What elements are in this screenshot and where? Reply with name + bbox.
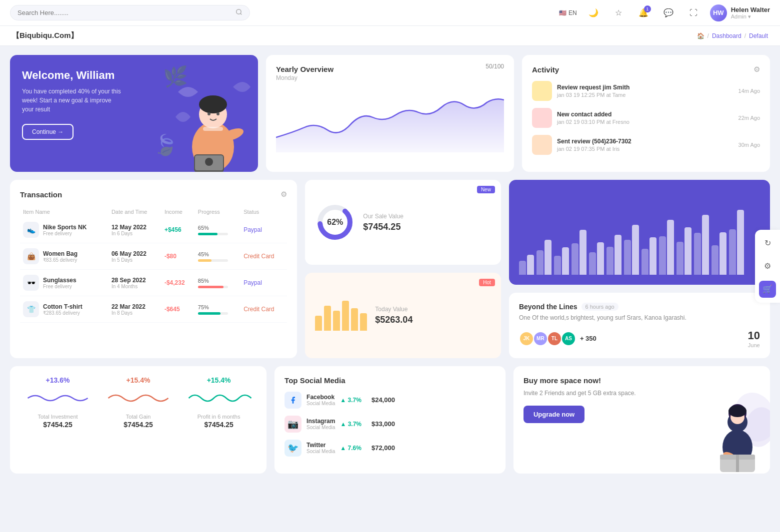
row3: +13.6% Total Investment $7454.25 +15.4% … (10, 366, 770, 474)
breadcrumb-dashboard[interactable]: Dashboard (712, 32, 742, 39)
social-name: Instagram (306, 418, 335, 425)
svg-point-0 (236, 9, 241, 14)
search-input[interactable] (18, 9, 232, 16)
today-bar (315, 316, 322, 331)
svg-point-10 (216, 112, 220, 115)
item-sub: Free delivery (43, 231, 86, 236)
status-cell: Paypal (240, 270, 287, 296)
item-name: Sunglasses (43, 277, 76, 284)
bar-light (572, 243, 578, 275)
bar-dark (650, 237, 656, 275)
today-bar (342, 301, 349, 331)
search-bar[interactable] (10, 5, 250, 20)
activity-settings-icon[interactable]: ⚙ (754, 65, 760, 74)
mini-wave-chart (181, 388, 256, 408)
transaction-settings-icon[interactable]: ⚙ (280, 190, 287, 199)
transaction-table: Item NameDate and TimeIncomeProgressStat… (20, 207, 287, 323)
progress-bar (198, 286, 228, 288)
transaction-title: Transaction (20, 190, 62, 199)
mini-stat: +13.6% Total Investment $7454.25 (20, 376, 96, 464)
language-selector[interactable]: 🇺🇸 EN (559, 9, 577, 16)
mini-wave-chart (100, 388, 176, 408)
side-refresh-icon[interactable]: ↻ (759, 235, 776, 252)
yearly-chart (276, 87, 504, 152)
bar-group (676, 227, 692, 275)
progress-bar (198, 259, 228, 262)
item-cell: 🕶️ Sunglasses Free delivery (20, 270, 108, 296)
upgrade-button[interactable]: Upgrade now (524, 406, 584, 423)
item-icon: 👜 (23, 248, 39, 264)
hot-badge: Hot (479, 279, 495, 286)
bar-light (606, 247, 614, 275)
social-pct: ▲ 3.7% (340, 421, 362, 428)
expand-button[interactable]: ⛶ (685, 4, 702, 21)
mini-stat: +15.4% Total Gain $7454.25 (100, 376, 176, 464)
activity-thumb (532, 81, 552, 101)
svg-point-8 (205, 158, 213, 166)
item-icon: 🕶️ (23, 275, 39, 291)
activity-item-sub: jan 02 19 03:10 PM at Fresno (557, 119, 734, 125)
chat-button[interactable]: 💬 (660, 4, 677, 21)
welcome-subtitle: You have completed 40% of your this week… (22, 87, 122, 114)
item-cell: 👟 Nike Sports NK Free delivery (20, 217, 108, 243)
activity-time: 30m Ago (738, 142, 760, 148)
bar-light (642, 249, 648, 275)
activity-time: 14m Ago (738, 88, 760, 94)
svg-point-9 (208, 112, 210, 115)
transaction-header-cell: Income (162, 207, 195, 217)
today-value-info: Today Value $5263.04 (375, 306, 412, 325)
topnav: 🇺🇸 EN 🌙 ☆ 🔔 1 💬 ⛶ HW Helen Walter Admin … (0, 0, 780, 26)
activity-item-title: Sent review (504)236-7302 (557, 138, 734, 145)
transaction-card: Transaction ⚙ Item NameDate and TimeInco… (10, 180, 297, 358)
bar-light (589, 252, 596, 275)
bar-light (536, 250, 544, 275)
social-pct: ▲ 7.6% (340, 445, 362, 452)
mini-stat-value: $7454.25 (100, 421, 176, 429)
item-sub: ₹283.65 delivery (43, 310, 82, 316)
home-icon[interactable]: 🏠 (697, 32, 704, 39)
user-info[interactable]: HW Helen Walter Admin ▾ (710, 4, 770, 21)
star-button[interactable]: ☆ (610, 4, 627, 21)
svg-point-21 (728, 405, 746, 417)
bar-dark (702, 215, 709, 275)
plus-count: + 350 (580, 335, 596, 342)
side-cart-icon[interactable]: 🛒 (759, 281, 776, 298)
side-settings-icon[interactable]: ⚙ (759, 258, 776, 275)
date-cell: 28 Sep 2022 In 4 Months (108, 270, 162, 296)
side-icons: ↻ ⚙ 🛒 (755, 230, 780, 303)
bar-light (624, 240, 631, 275)
activity-card: Activity ⚙ Review request jim Smith jan … (522, 55, 770, 172)
darkmode-toggle[interactable]: 🌙 (585, 4, 602, 21)
social-info: Facebook Social Media (306, 394, 335, 406)
continue-button[interactable]: Continue → (22, 124, 74, 140)
progress-label: 45% (198, 251, 209, 257)
social-name: Twitter (306, 442, 335, 449)
event-date: 10 June (748, 329, 760, 348)
item-date-sub: In 6 Days (112, 231, 158, 236)
notifications-button[interactable]: 🔔 1 (635, 4, 652, 21)
progress-label: 75% (198, 304, 209, 310)
flag-icon: 🇺🇸 (559, 9, 566, 16)
item-sub: ₹83.65 delivery (43, 257, 78, 263)
mini-stat-value: $7454.25 (181, 421, 256, 429)
today-bar-chart (315, 301, 367, 331)
yearly-title: Yearly Overview (276, 65, 504, 73)
income-cell: -$4,232 (162, 270, 195, 296)
mini-stat-value: $7454.25 (20, 421, 96, 429)
activity-item: Sent review (504)236-7302 jan 02 19 07:3… (532, 135, 760, 155)
social-sub: Social Media (306, 425, 335, 430)
bar-dark (720, 232, 726, 275)
donut-chart: 62% (315, 202, 355, 242)
metrics-column: New 62% Our Sale Value $7454.25 Hot (305, 180, 501, 358)
status-cell: Paypal (240, 217, 287, 243)
status-cell: Credit Card (240, 296, 287, 323)
right-column: Beyond the Lines 6 hours ago One Of the … (509, 180, 770, 358)
bar-light (729, 229, 736, 275)
activity-title: Activity (532, 65, 559, 74)
progress-cell: 65% (195, 217, 240, 243)
income-cell: +$456 (162, 217, 195, 243)
today-value-card: Hot Today Value $5263.04 (305, 273, 501, 358)
beyond-desc: One Of the world,s brightest, young surf… (519, 314, 760, 322)
beyond-footer: JKMRTLAS + 350 10 June (519, 329, 760, 348)
income-cell: -$645 (162, 296, 195, 323)
